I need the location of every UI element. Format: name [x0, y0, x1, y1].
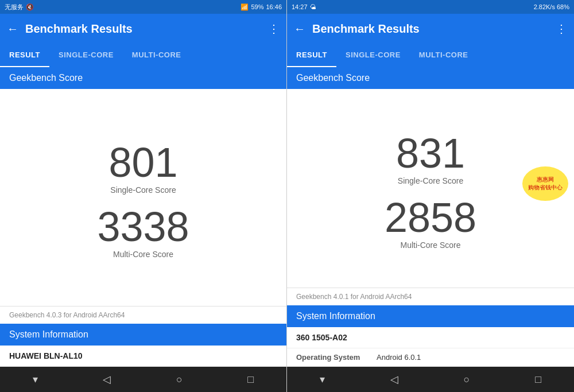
status-right: 📶 59% 16:46	[241, 3, 282, 11]
status-right-right: 2.82K/s 68%	[534, 3, 569, 10]
multi-score-value-right: 2858	[385, 197, 476, 238]
version-left: Geekbench 4.0.3 for Android AArch64	[0, 306, 286, 324]
tab-single-right[interactable]: SINGLE-CORE	[336, 44, 410, 67]
nav-down-left[interactable]: ▾	[33, 373, 38, 386]
watermark-line1: 惠惠网	[528, 176, 563, 184]
geekbench-header-right: Geekbench Score	[287, 67, 574, 89]
nav-recents-right[interactable]: □	[535, 374, 541, 386]
right-panel: 14:27 🌤 2.82K/s 68% ← Benchmark Results …	[287, 0, 574, 392]
app-bar-right: ← Benchmark Results ⋮	[287, 14, 574, 44]
more-button-right[interactable]: ⋮	[556, 22, 567, 36]
speed-text: 2.82K/s 68%	[534, 3, 569, 10]
version-right: Geekbench 4.0.1 for Android AArch64	[287, 288, 574, 305]
os-val-right: Android 6.0.1	[377, 353, 421, 362]
status-service: 无服务	[5, 3, 24, 11]
more-button-left[interactable]: ⋮	[268, 22, 280, 36]
multi-score-block-left: 3338 Multi-Core Score	[97, 206, 189, 259]
time-right: 14:27	[292, 3, 308, 10]
single-score-value-right: 831	[396, 133, 465, 174]
tab-bar-right: RESULT SINGLE-CORE MULTI-CORE	[287, 44, 574, 67]
status-right-left: 14:27 🌤	[292, 3, 316, 10]
watermark: 惠惠网 购物省钱中心	[522, 166, 568, 201]
nav-back-left[interactable]: ◁	[103, 373, 111, 386]
status-bar-right: 14:27 🌤 2.82K/s 68%	[287, 0, 574, 14]
single-score-block-left: 801 Single-Core Score	[108, 142, 177, 195]
status-bar-left: 无服务 🔇 📶 59% 16:46	[0, 0, 286, 14]
wifi-icon: 📶	[241, 3, 249, 11]
device-name-right: 360 1505-A02	[287, 327, 574, 348]
app-title-left: Benchmark Results	[25, 22, 261, 36]
app-bar-left: ← Benchmark Results ⋮	[0, 14, 286, 44]
weather-icon: 🌤	[310, 3, 316, 10]
tab-single-left[interactable]: SINGLE-CORE	[49, 44, 123, 67]
os-row-right: Operating System Android 6.0.1	[287, 348, 574, 367]
nav-down-right[interactable]: ▾	[320, 373, 325, 386]
nav-bar-right: ▾ ◁ ○ □	[287, 367, 574, 392]
nav-home-right[interactable]: ○	[464, 374, 470, 386]
tab-result-right[interactable]: RESULT	[287, 44, 336, 67]
multi-score-label-right: Multi-Core Score	[400, 240, 460, 250]
status-icons: 🔇	[26, 3, 34, 11]
tab-multi-right[interactable]: MULTI-CORE	[410, 44, 478, 67]
nav-home-left[interactable]: ○	[176, 374, 183, 386]
single-score-label-left: Single-Core Score	[110, 185, 176, 195]
app-title-right: Benchmark Results	[312, 22, 549, 36]
tab-result-left[interactable]: RESULT	[0, 44, 49, 67]
single-score-label-right: Single-Core Score	[398, 176, 463, 185]
geekbench-header-left: Geekbench Score	[0, 67, 286, 89]
tab-bar-left: RESULT SINGLE-CORE MULTI-CORE	[0, 44, 286, 67]
multi-score-label-left: Multi-Core Score	[113, 250, 173, 259]
back-button-left[interactable]: ←	[7, 22, 18, 36]
single-score-block-right: 831 Single-Core Score	[396, 133, 465, 185]
multi-score-value-left: 3338	[97, 206, 189, 247]
tab-multi-left[interactable]: MULTI-CORE	[123, 44, 191, 67]
nav-bar-left: ▾ ◁ ○ □	[0, 367, 286, 392]
nav-back-right[interactable]: ◁	[390, 373, 398, 386]
scores-left: 801 Single-Core Score 3338 Multi-Core Sc…	[0, 89, 286, 306]
watermark-line2: 购物省钱中心	[528, 184, 563, 192]
battery-text: 59%	[251, 3, 263, 10]
multi-score-block-right: 2858 Multi-Core Score	[385, 197, 476, 250]
sys-info-header-right: System Information	[287, 305, 574, 327]
os-key-right: Operating System	[296, 353, 377, 362]
left-panel: 无服务 🔇 📶 59% 16:46 ← Benchmark Results ⋮ …	[0, 0, 287, 392]
nav-recents-left[interactable]: □	[247, 374, 254, 386]
sys-info-header-left: System Information	[0, 324, 286, 346]
status-left: 无服务 🔇	[5, 3, 34, 11]
device-name-left: HUAWEI BLN-AL10	[0, 346, 286, 367]
single-score-value-left: 801	[108, 142, 177, 183]
back-button-right[interactable]: ←	[294, 22, 305, 36]
time-text: 16:46	[266, 3, 282, 10]
